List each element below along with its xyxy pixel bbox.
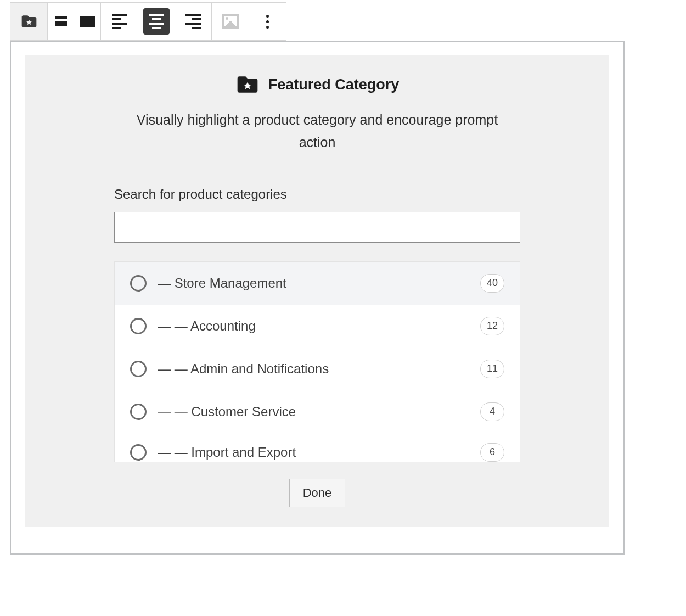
block-toolbar	[10, 2, 305, 41]
align-center-icon	[149, 14, 164, 29]
block-panel: Featured Category Visually highlight a p…	[10, 41, 625, 555]
media-button[interactable]	[212, 3, 249, 40]
category-count: 11	[480, 360, 504, 378]
more-options-button[interactable]	[249, 3, 286, 40]
align-right-button[interactable]	[175, 3, 211, 40]
half-width-icon	[55, 16, 67, 26]
block-type-button[interactable]	[10, 3, 47, 40]
radio-icon	[130, 275, 147, 292]
radio-icon	[130, 361, 147, 377]
category-option[interactable]: — — Import and Export6	[115, 433, 520, 462]
align-center-button[interactable]	[138, 3, 175, 40]
category-option[interactable]: — — Accounting12	[115, 305, 520, 348]
block-description: Visually highlight a product category an…	[120, 109, 515, 154]
category-search-input[interactable]	[114, 212, 520, 243]
featured-category-icon	[20, 13, 38, 30]
align-left-button[interactable]	[101, 3, 138, 40]
done-button[interactable]: Done	[289, 479, 346, 507]
category-label: — — Admin and Notifications	[158, 361, 469, 377]
category-label: — — Accounting	[158, 318, 469, 334]
category-option[interactable]: — Store Management40	[115, 262, 520, 305]
layout-half-button[interactable]	[48, 3, 74, 40]
category-option[interactable]: — — Customer Service4	[115, 390, 520, 433]
search-label: Search for product categories	[114, 187, 520, 202]
divider	[114, 171, 520, 171]
more-vertical-icon	[266, 15, 269, 29]
category-count: 12	[480, 317, 504, 335]
featured-category-placeholder: Featured Category Visually highlight a p…	[25, 55, 609, 527]
category-count: 6	[480, 443, 504, 462]
category-label: — — Customer Service	[158, 404, 469, 419]
category-option[interactable]: — — Admin and Notifications11	[115, 348, 520, 390]
featured-category-icon	[235, 72, 260, 97]
category-count: 40	[480, 274, 504, 293]
category-label: — Store Management	[158, 276, 469, 291]
block-title: Featured Category	[268, 76, 400, 93]
image-icon	[222, 14, 239, 29]
category-list: — Store Management40— — Accounting12— — …	[114, 261, 520, 462]
full-width-icon	[80, 16, 95, 27]
category-count: 4	[480, 402, 504, 421]
align-left-icon	[112, 14, 127, 29]
radio-icon	[130, 444, 147, 461]
align-right-icon	[185, 14, 201, 29]
radio-icon	[130, 404, 147, 420]
category-label: — — Import and Export	[158, 445, 469, 460]
layout-full-button[interactable]	[74, 3, 100, 40]
radio-icon	[130, 318, 147, 334]
